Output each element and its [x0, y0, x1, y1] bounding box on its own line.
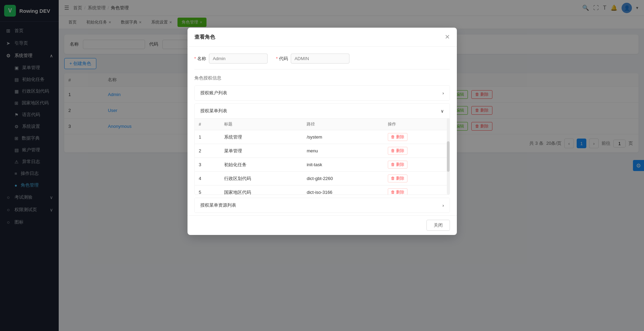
- inner-delete-button[interactable]: 🗑 删除: [388, 161, 407, 169]
- inner-cell-id: 2: [195, 144, 220, 158]
- chevron-right-icon: ›: [442, 91, 444, 96]
- inner-col-id: #: [195, 119, 220, 130]
- inner-col-action: 操作: [384, 119, 450, 130]
- inner-table-row: 4 行政区划代码 dict-gbt-2260 🗑 删除: [195, 172, 450, 186]
- inner-table: # 标题 路径 操作 1 系统管理 /system 🗑 删除 2 菜单管理 me…: [195, 119, 450, 195]
- name-field-input[interactable]: [209, 54, 268, 64]
- inner-table-row: 3 初始化任务 init-task 🗑 删除: [195, 158, 450, 172]
- modal-title: 查看角色: [194, 34, 215, 40]
- inner-table-row: 2 菜单管理 menu 🗑 删除: [195, 144, 450, 158]
- inner-col-title: 标题: [220, 119, 302, 130]
- inner-delete-button[interactable]: 🗑 删除: [388, 174, 407, 182]
- close-modal-button[interactable]: 关闭: [426, 220, 450, 231]
- inner-cell-action: 🗑 删除: [384, 186, 450, 195]
- auth-menu-header[interactable]: 授权菜单列表 ∨: [195, 104, 450, 118]
- auth-menu-resource-label: 授权菜单资源列表: [200, 202, 236, 208]
- inner-col-path: 路径: [302, 119, 383, 130]
- inner-cell-id: 1: [195, 130, 220, 144]
- inner-delete-button[interactable]: 🗑 删除: [388, 133, 407, 141]
- auth-menu-resource-header[interactable]: 授权菜单资源列表 ›: [195, 198, 450, 212]
- view-role-modal: 查看角色 ✕ * 名称 * 代码: [188, 28, 457, 235]
- inner-delete-button[interactable]: 🗑 删除: [388, 188, 407, 195]
- inner-cell-action: 🗑 删除: [384, 144, 450, 158]
- inner-cell-action: 🗑 删除: [384, 172, 450, 186]
- inner-cell-title: 系统管理: [220, 130, 302, 144]
- inner-cell-title: 国家地区代码: [220, 186, 302, 195]
- inner-table-row: 5 国家地区代码 dict-iso-3166 🗑 删除: [195, 186, 450, 195]
- auth-menu-resource-accordion: 授权菜单资源列表 ›: [194, 198, 450, 213]
- code-field-label: * 代码: [276, 56, 288, 62]
- inner-table-row: 1 系统管理 /system 🗑 删除: [195, 130, 450, 144]
- inner-cell-path: dict-gbt-2260: [302, 172, 383, 186]
- modal-body: * 名称 * 代码 角色授权信息 授权账户列表: [188, 47, 457, 215]
- auth-accounts-header[interactable]: 授权账户列表 ›: [195, 86, 450, 100]
- inner-cell-path: init-task: [302, 158, 383, 172]
- inner-cell-path: /system: [302, 130, 383, 144]
- inner-cell-action: 🗑 删除: [384, 158, 450, 172]
- modal-header: 查看角色 ✕: [188, 28, 457, 47]
- auth-menu-label: 授权菜单列表: [200, 108, 227, 114]
- inner-cell-title: 菜单管理: [220, 144, 302, 158]
- inner-delete-button[interactable]: 🗑 删除: [388, 147, 407, 155]
- inner-cell-path: menu: [302, 144, 383, 158]
- form-row: * 名称 * 代码: [194, 54, 450, 64]
- section-divider: [194, 69, 450, 69]
- scrollbar-thumb[interactable]: [447, 141, 450, 172]
- chevron-up-icon: ∨: [441, 108, 444, 114]
- inner-cell-title: 行政区划代码: [220, 172, 302, 186]
- code-field: * 代码: [276, 54, 349, 64]
- inner-cell-path: dict-iso-3166: [302, 186, 383, 195]
- modal-close-icon[interactable]: ✕: [445, 33, 450, 41]
- auth-accounts-accordion: 授权账户列表 ›: [194, 85, 450, 101]
- code-field-input[interactable]: [291, 54, 349, 64]
- inner-table-wrap: # 标题 路径 操作 1 系统管理 /system 🗑 删除 2 菜单管理 me…: [195, 119, 450, 195]
- modal-footer: 关闭: [188, 215, 457, 235]
- scrollbar-track: [447, 119, 450, 195]
- name-field: * 名称: [194, 54, 268, 64]
- auth-accounts-label: 授权账户列表: [200, 90, 227, 96]
- inner-cell-id: 3: [195, 158, 220, 172]
- auth-menu-accordion: 授权菜单列表 ∨ # 标题 路径 操作: [194, 103, 450, 195]
- inner-cell-id: 4: [195, 172, 220, 186]
- auth-section-label: 角色授权信息: [194, 75, 450, 81]
- modal-overlay: 查看角色 ✕ * 名称 * 代码: [0, 0, 644, 331]
- name-field-label: * 名称: [194, 56, 206, 62]
- inner-cell-action: 🗑 删除: [384, 130, 450, 144]
- inner-cell-title: 初始化任务: [220, 158, 302, 172]
- inner-cell-id: 5: [195, 186, 220, 195]
- chevron-right-icon: ›: [442, 203, 444, 208]
- auth-menu-body: # 标题 路径 操作 1 系统管理 /system 🗑 删除 2 菜单管理 me…: [195, 118, 450, 195]
